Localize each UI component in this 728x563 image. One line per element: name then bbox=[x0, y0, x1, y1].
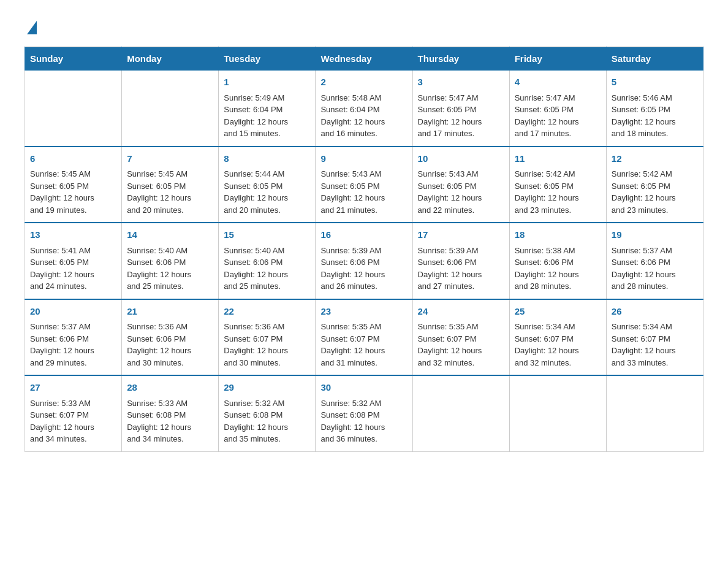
day-number: 5 bbox=[612, 75, 698, 90]
day-number: 18 bbox=[515, 228, 601, 242]
calendar-table: SundayMondayTuesdayWednesdayThursdayFrid… bbox=[25, 47, 703, 452]
calendar-day-cell: 27Sunrise: 5:33 AM Sunset: 6:07 PM Dayli… bbox=[25, 375, 122, 451]
day-number: 27 bbox=[30, 381, 116, 395]
calendar-day-cell: 6Sunrise: 5:45 AM Sunset: 6:05 PM Daylig… bbox=[25, 147, 122, 223]
day-of-week-header: Wednesday bbox=[316, 47, 412, 71]
calendar-day-cell: 24Sunrise: 5:35 AM Sunset: 6:07 PM Dayli… bbox=[412, 299, 509, 376]
sun-info: Sunrise: 5:34 AM Sunset: 6:07 PM Dayligh… bbox=[515, 322, 579, 367]
day-of-week-header: Thursday bbox=[412, 47, 509, 71]
day-of-week-header: Friday bbox=[509, 47, 606, 71]
calendar-day-cell: 10Sunrise: 5:43 AM Sunset: 6:05 PM Dayli… bbox=[412, 147, 509, 223]
calendar-day-cell: 30Sunrise: 5:32 AM Sunset: 6:08 PM Dayli… bbox=[316, 375, 412, 451]
calendar-day-cell: 23Sunrise: 5:35 AM Sunset: 6:07 PM Dayli… bbox=[316, 299, 412, 376]
calendar-day-cell: 15Sunrise: 5:40 AM Sunset: 6:06 PM Dayli… bbox=[219, 223, 316, 299]
calendar-day-cell bbox=[606, 375, 703, 451]
sun-info: Sunrise: 5:34 AM Sunset: 6:07 PM Dayligh… bbox=[612, 322, 676, 367]
sun-info: Sunrise: 5:47 AM Sunset: 6:05 PM Dayligh… bbox=[418, 93, 482, 139]
sun-info: Sunrise: 5:37 AM Sunset: 6:06 PM Dayligh… bbox=[612, 246, 676, 291]
sun-info: Sunrise: 5:46 AM Sunset: 6:05 PM Dayligh… bbox=[612, 93, 676, 139]
day-number: 3 bbox=[418, 75, 504, 90]
calendar-day-cell: 5Sunrise: 5:46 AM Sunset: 6:05 PM Daylig… bbox=[606, 71, 703, 147]
calendar-week-row: 27Sunrise: 5:33 AM Sunset: 6:07 PM Dayli… bbox=[25, 375, 703, 451]
day-number: 12 bbox=[612, 152, 698, 166]
day-of-week-header: Saturday bbox=[606, 47, 703, 71]
day-number: 24 bbox=[418, 305, 504, 319]
day-of-week-header: Tuesday bbox=[219, 47, 316, 71]
calendar-week-row: 1Sunrise: 5:49 AM Sunset: 6:04 PM Daylig… bbox=[25, 71, 703, 147]
calendar-day-cell: 22Sunrise: 5:36 AM Sunset: 6:07 PM Dayli… bbox=[219, 299, 316, 376]
sun-info: Sunrise: 5:41 AM Sunset: 6:05 PM Dayligh… bbox=[30, 246, 94, 291]
calendar-day-cell: 26Sunrise: 5:34 AM Sunset: 6:07 PM Dayli… bbox=[606, 299, 703, 376]
day-number: 1 bbox=[224, 75, 310, 90]
calendar-day-cell bbox=[509, 375, 606, 451]
day-number: 6 bbox=[30, 152, 116, 166]
day-number: 26 bbox=[612, 305, 698, 319]
calendar-week-row: 13Sunrise: 5:41 AM Sunset: 6:05 PM Dayli… bbox=[25, 223, 703, 299]
calendar-day-cell: 17Sunrise: 5:39 AM Sunset: 6:06 PM Dayli… bbox=[412, 223, 509, 299]
sun-info: Sunrise: 5:39 AM Sunset: 6:06 PM Dayligh… bbox=[418, 246, 482, 291]
calendar-day-cell: 12Sunrise: 5:42 AM Sunset: 6:05 PM Dayli… bbox=[606, 147, 703, 223]
day-number: 19 bbox=[612, 228, 698, 242]
sun-info: Sunrise: 5:38 AM Sunset: 6:06 PM Dayligh… bbox=[515, 246, 579, 291]
calendar-day-cell: 8Sunrise: 5:44 AM Sunset: 6:05 PM Daylig… bbox=[219, 147, 316, 223]
sun-info: Sunrise: 5:43 AM Sunset: 6:05 PM Dayligh… bbox=[418, 169, 482, 215]
calendar-day-cell: 1Sunrise: 5:49 AM Sunset: 6:04 PM Daylig… bbox=[219, 71, 316, 147]
day-number: 28 bbox=[127, 381, 213, 395]
sun-info: Sunrise: 5:47 AM Sunset: 6:05 PM Dayligh… bbox=[515, 93, 579, 139]
sun-info: Sunrise: 5:32 AM Sunset: 6:08 PM Dayligh… bbox=[224, 399, 288, 444]
calendar-day-cell: 25Sunrise: 5:34 AM Sunset: 6:07 PM Dayli… bbox=[509, 299, 606, 376]
sun-info: Sunrise: 5:40 AM Sunset: 6:06 PM Dayligh… bbox=[224, 246, 288, 291]
calendar-day-cell: 18Sunrise: 5:38 AM Sunset: 6:06 PM Dayli… bbox=[509, 223, 606, 299]
sun-info: Sunrise: 5:49 AM Sunset: 6:04 PM Dayligh… bbox=[224, 93, 288, 139]
calendar-header-row: SundayMondayTuesdayWednesdayThursdayFrid… bbox=[25, 47, 703, 71]
sun-info: Sunrise: 5:45 AM Sunset: 6:05 PM Dayligh… bbox=[30, 169, 94, 215]
calendar-day-cell: 16Sunrise: 5:39 AM Sunset: 6:06 PM Dayli… bbox=[316, 223, 412, 299]
day-number: 25 bbox=[515, 305, 601, 319]
sun-info: Sunrise: 5:33 AM Sunset: 6:08 PM Dayligh… bbox=[127, 399, 191, 444]
calendar-day-cell: 2Sunrise: 5:48 AM Sunset: 6:04 PM Daylig… bbox=[316, 71, 412, 147]
day-number: 15 bbox=[224, 228, 310, 242]
sun-info: Sunrise: 5:35 AM Sunset: 6:07 PM Dayligh… bbox=[320, 322, 385, 367]
day-number: 2 bbox=[320, 75, 407, 90]
day-number: 29 bbox=[224, 381, 310, 395]
sun-info: Sunrise: 5:32 AM Sunset: 6:08 PM Dayligh… bbox=[320, 399, 385, 444]
sun-info: Sunrise: 5:45 AM Sunset: 6:05 PM Dayligh… bbox=[127, 169, 191, 215]
calendar-day-cell: 21Sunrise: 5:36 AM Sunset: 6:06 PM Dayli… bbox=[122, 299, 219, 376]
logo bbox=[25, 18, 37, 34]
day-of-week-header: Sunday bbox=[25, 47, 122, 71]
day-number: 9 bbox=[320, 152, 407, 166]
sun-info: Sunrise: 5:37 AM Sunset: 6:06 PM Dayligh… bbox=[30, 322, 94, 367]
calendar-week-row: 20Sunrise: 5:37 AM Sunset: 6:06 PM Dayli… bbox=[25, 299, 703, 376]
day-number: 8 bbox=[224, 152, 310, 166]
day-number: 14 bbox=[127, 228, 213, 242]
sun-info: Sunrise: 5:35 AM Sunset: 6:07 PM Dayligh… bbox=[418, 322, 482, 367]
calendar-day-cell: 19Sunrise: 5:37 AM Sunset: 6:06 PM Dayli… bbox=[606, 223, 703, 299]
sun-info: Sunrise: 5:48 AM Sunset: 6:04 PM Dayligh… bbox=[320, 93, 385, 139]
calendar-day-cell: 7Sunrise: 5:45 AM Sunset: 6:05 PM Daylig… bbox=[122, 147, 219, 223]
day-of-week-header: Monday bbox=[122, 47, 219, 71]
calendar-day-cell: 29Sunrise: 5:32 AM Sunset: 6:08 PM Dayli… bbox=[219, 375, 316, 451]
calendar-day-cell bbox=[25, 71, 122, 147]
day-number: 16 bbox=[320, 228, 407, 242]
sun-info: Sunrise: 5:33 AM Sunset: 6:07 PM Dayligh… bbox=[30, 399, 94, 444]
day-number: 23 bbox=[320, 305, 407, 319]
day-number: 7 bbox=[127, 152, 213, 166]
sun-info: Sunrise: 5:40 AM Sunset: 6:06 PM Dayligh… bbox=[127, 246, 191, 291]
day-number: 11 bbox=[515, 152, 601, 166]
sun-info: Sunrise: 5:39 AM Sunset: 6:06 PM Dayligh… bbox=[320, 246, 385, 291]
calendar-day-cell: 14Sunrise: 5:40 AM Sunset: 6:06 PM Dayli… bbox=[122, 223, 219, 299]
calendar-day-cell: 13Sunrise: 5:41 AM Sunset: 6:05 PM Dayli… bbox=[25, 223, 122, 299]
calendar-day-cell bbox=[412, 375, 509, 451]
day-number: 21 bbox=[127, 305, 213, 319]
calendar-day-cell bbox=[122, 71, 219, 147]
sun-info: Sunrise: 5:42 AM Sunset: 6:05 PM Dayligh… bbox=[515, 169, 579, 215]
sun-info: Sunrise: 5:42 AM Sunset: 6:05 PM Dayligh… bbox=[612, 169, 676, 215]
day-number: 4 bbox=[515, 75, 601, 90]
logo-triangle-icon bbox=[27, 21, 37, 34]
day-number: 30 bbox=[320, 381, 407, 395]
calendar-day-cell: 4Sunrise: 5:47 AM Sunset: 6:05 PM Daylig… bbox=[509, 71, 606, 147]
calendar-day-cell: 28Sunrise: 5:33 AM Sunset: 6:08 PM Dayli… bbox=[122, 375, 219, 451]
day-number: 10 bbox=[418, 152, 504, 166]
calendar-day-cell: 20Sunrise: 5:37 AM Sunset: 6:06 PM Dayli… bbox=[25, 299, 122, 376]
day-number: 13 bbox=[30, 228, 116, 242]
